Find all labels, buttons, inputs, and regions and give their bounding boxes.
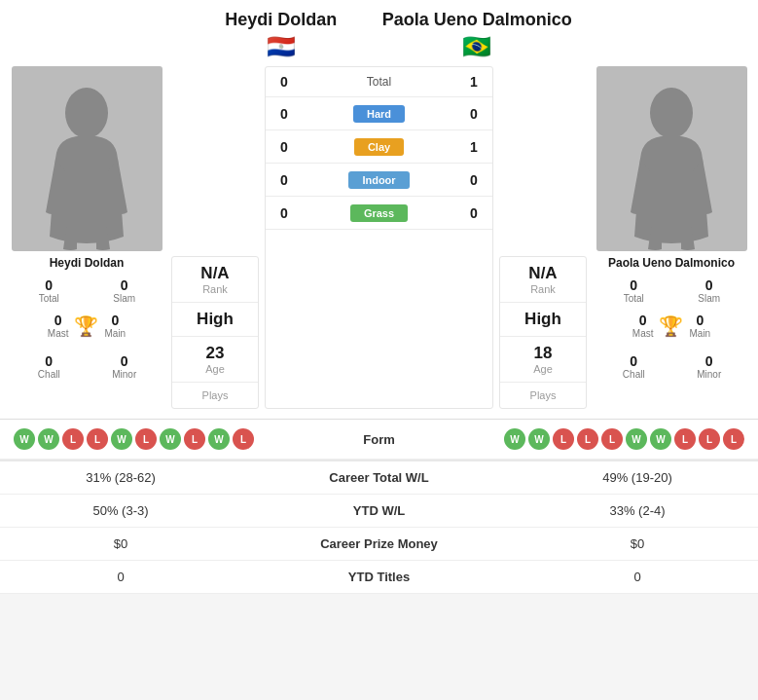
form-badge-l: L [87, 428, 108, 450]
stat-p2-val-0: 49% (19-20) [530, 470, 744, 485]
form-badge-w: W [38, 428, 59, 450]
player1-trophy-row: 0 Mast 🏆 0 Main [12, 310, 162, 342]
form-row: WWLLWLWLWL Form WWLLLWWLLL [0, 420, 758, 460]
player1-column: Heydi Doldan 0 Total 0 Slam 0 Mast 🏆 [8, 66, 165, 409]
form-badge-w: W [650, 428, 671, 450]
stat-p2-val-1: 33% (2-4) [530, 503, 744, 518]
grass-row: 0 Grass 0 [266, 197, 492, 230]
player2-minor: 0 Minor [671, 350, 747, 383]
player2-slam: 0 Slam [671, 275, 747, 307]
player1-name-block: Heydi Doldan 🇵🇾 [183, 10, 379, 60]
indoor-row: 0 Indoor 0 [266, 164, 492, 197]
player2-trophy-row: 0 Mast 🏆 0 Main [596, 310, 747, 342]
svg-point-0 [65, 88, 108, 138]
player2-chall: 0 Chall [596, 350, 672, 383]
form-badge-l: L [553, 428, 574, 450]
form-badge-w: W [14, 428, 35, 450]
form-badge-w: W [208, 428, 230, 450]
player2-form-badges: WWLLLWWLLL [504, 428, 744, 450]
player2-main: 0 Main [689, 310, 710, 342]
player2-info-box: N/A Rank High 18 Age Plays [499, 256, 587, 409]
stat-label-3: YTD Titles [228, 570, 530, 584]
bottom-stats: 31% (28-62) Career Total W/L 49% (19-20)… [0, 460, 758, 594]
player2-stats: 0 Total 0 Slam [596, 275, 747, 307]
player1-main: 0 Main [104, 310, 126, 342]
player2-name-block: Paola Ueno Dalmonico 🇧🇷 [379, 10, 576, 60]
form-badge-l: L [184, 428, 205, 450]
form-badge-l: L [135, 428, 157, 450]
stat-p1-val-3: 0 [14, 570, 228, 584]
player2-flag: 🇧🇷 [462, 33, 491, 60]
player2-age-cell: 18 Age [500, 337, 586, 383]
player2-mast: 0 Mast [632, 310, 654, 342]
center-stats-box: 0 Total 1 0 Hard 0 0 Clay 1 0 Indoor 0 [265, 66, 493, 409]
player2-high-cell: High [500, 303, 586, 337]
player1-name: Heydi Doldan [225, 10, 337, 30]
player2-plays-cell: Plays [500, 383, 586, 408]
stat-label-1: YTD W/L [228, 503, 530, 518]
svg-point-1 [650, 88, 693, 138]
player1-rank-cell: N/A Rank [172, 257, 258, 303]
player2-rank-cell: N/A Rank [500, 257, 586, 303]
player2-column: Paola Ueno Dalmonico 0 Total 0 Slam 0 Ma… [593, 66, 750, 409]
player1-info-box: N/A Rank High 23 Age Plays [171, 256, 259, 409]
player1-total: 0 Total [12, 275, 88, 307]
player2-name: Paola Ueno Dalmonico [382, 10, 572, 30]
player1-chall-minor: 0 Chall 0 Minor [12, 350, 162, 383]
stats-row-0: 31% (28-62) Career Total W/L 49% (19-20) [0, 461, 758, 495]
form-badge-l: L [233, 428, 254, 450]
player1-photo [12, 66, 162, 251]
form-badge-l: L [699, 428, 720, 450]
stat-label-0: Career Total W/L [228, 470, 530, 485]
form-badge-w: W [504, 428, 525, 450]
player1-flag: 🇵🇾 [267, 33, 296, 60]
player1-chall: 0 Chall [12, 350, 88, 383]
player2-total: 0 Total [596, 275, 672, 307]
player1-stats: 0 Total 0 Slam [12, 275, 162, 307]
trophy-icon-right: 🏆 [659, 314, 683, 338]
player2-photo [596, 66, 747, 251]
player1-slam: 0 Slam [87, 275, 162, 307]
clay-row: 0 Clay 1 [266, 130, 492, 164]
form-badge-l: L [723, 428, 744, 450]
form-label: Form [341, 432, 418, 447]
form-badge-w: W [626, 428, 647, 450]
form-badge-l: L [601, 428, 623, 450]
stats-row-1: 50% (3-3) YTD W/L 33% (2-4) [0, 495, 758, 528]
stat-label-2: Career Prize Money [228, 536, 530, 551]
player1-name-below: Heydi Doldan [50, 256, 125, 270]
trophy-icon-left: 🏆 [74, 314, 98, 338]
player-names-mid: Heydi Doldan 🇵🇾 Paola Ueno Dalmonico 🇧🇷 [179, 8, 579, 60]
total-row: 0 Total 1 [266, 67, 492, 97]
form-badge-l: L [674, 428, 696, 450]
player2-name-below: Paola Ueno Dalmonico [608, 256, 735, 270]
stat-p2-val-2: $0 [530, 536, 744, 551]
stat-p1-val-0: 31% (28-62) [14, 470, 228, 485]
form-badge-l: L [62, 428, 84, 450]
player1-plays-cell: Plays [172, 383, 258, 408]
form-badge-l: L [577, 428, 598, 450]
stats-row-2: $0 Career Prize Money $0 [0, 528, 758, 561]
stat-p1-val-2: $0 [14, 536, 228, 551]
player1-minor: 0 Minor [87, 350, 162, 383]
hard-row: 0 Hard 0 [266, 97, 492, 130]
player1-form-badges: WWLLWLWLWL [14, 428, 254, 450]
player1-mast: 0 Mast [48, 310, 69, 342]
form-badge-w: W [528, 428, 550, 450]
player1-age-cell: 23 Age [172, 337, 258, 383]
stat-p2-val-3: 0 [530, 570, 744, 584]
form-badge-w: W [111, 428, 132, 450]
player1-high-cell: High [172, 303, 258, 337]
stats-row-3: 0 YTD Titles 0 [0, 561, 758, 594]
player2-chall-minor: 0 Chall 0 Minor [596, 350, 747, 383]
stat-p1-val-1: 50% (3-3) [14, 503, 228, 518]
form-badge-w: W [160, 428, 181, 450]
